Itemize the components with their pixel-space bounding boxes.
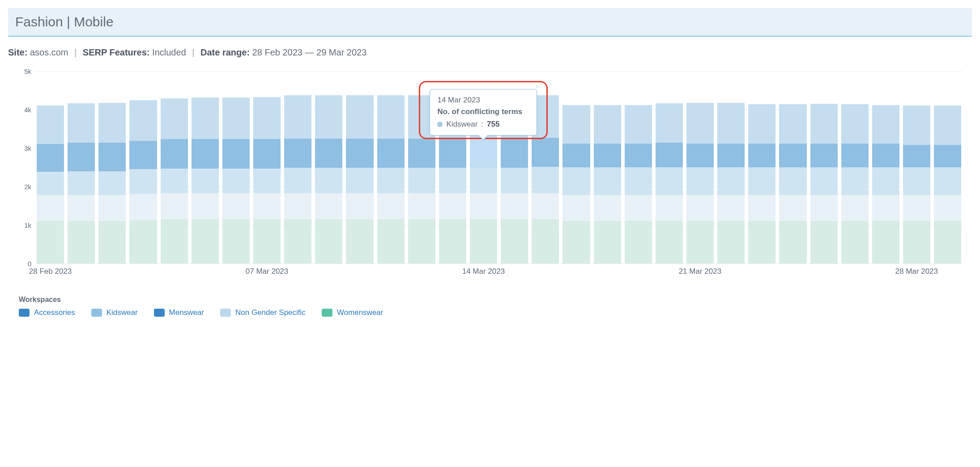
chart-bar-column[interactable] — [746, 71, 777, 263]
bar-segment[interactable] — [872, 167, 899, 195]
bar-segment[interactable] — [934, 195, 961, 221]
bar-segment[interactable] — [346, 168, 373, 193]
chart-bar-column[interactable] — [190, 71, 221, 263]
bar-segment[interactable] — [98, 195, 126, 221]
bar-segment[interactable] — [562, 144, 590, 167]
bar-segment[interactable] — [68, 143, 95, 171]
chart-bar-column[interactable] — [777, 71, 808, 263]
bar-segment[interactable] — [470, 139, 497, 168]
legend-item[interactable]: Menswear — [154, 308, 204, 317]
bar-segment[interactable] — [222, 169, 250, 193]
bar-segment[interactable] — [315, 219, 342, 263]
bar-segment[interactable] — [656, 143, 683, 167]
bar-segment[interactable] — [161, 98, 188, 139]
bar-segment[interactable] — [717, 144, 745, 167]
bar-segment[interactable] — [779, 221, 806, 263]
bar-segment[interactable] — [686, 195, 714, 221]
bar-segment[interactable] — [129, 194, 157, 220]
bar-segment[interactable] — [872, 105, 899, 144]
bar-segment[interactable] — [686, 144, 714, 167]
bar-segment[interactable] — [192, 98, 219, 139]
legend-item[interactable]: Non Gender Specific — [220, 308, 306, 317]
bar-segment[interactable] — [625, 195, 652, 221]
chart-bar-column[interactable] — [344, 71, 375, 263]
bar-segment[interactable] — [810, 144, 838, 167]
chart-bar-column[interactable] — [839, 71, 870, 263]
bar-segment[interactable] — [532, 219, 559, 263]
bar-segment[interactable] — [872, 144, 899, 167]
bar-segment[interactable] — [284, 168, 311, 193]
bar-segment[interactable] — [222, 219, 250, 263]
bar-segment[interactable] — [562, 105, 590, 144]
bar-segment[interactable] — [98, 171, 126, 195]
chart-area[interactable]: 01k2k3k4k5k 28 Feb 202307 Mar 202314 Mar… — [35, 71, 963, 277]
chart-bar-column[interactable] — [66, 71, 97, 263]
bar-segment[interactable] — [346, 193, 373, 219]
bar-segment[interactable] — [470, 193, 497, 219]
bar-segment[interactable] — [253, 139, 281, 168]
bar-segment[interactable] — [377, 219, 405, 263]
bar-segment[interactable] — [129, 169, 157, 194]
bar-segment[interactable] — [192, 219, 219, 263]
chart-bar-column[interactable] — [592, 71, 623, 263]
bar-segment[interactable] — [748, 167, 775, 195]
bar-segment[interactable] — [377, 95, 405, 138]
bar-segment[interactable] — [625, 144, 652, 167]
bar-segment[interactable] — [903, 145, 930, 167]
bar-segment[interactable] — [748, 144, 775, 167]
bar-segment[interactable] — [470, 219, 497, 263]
chart-bar-column[interactable] — [128, 71, 158, 263]
chart-bar-column[interactable] — [685, 71, 716, 263]
chart-bar-column[interactable] — [221, 71, 251, 263]
bar-segment[interactable] — [253, 169, 281, 193]
bar-segment[interactable] — [686, 167, 714, 195]
bar-segment[interactable] — [439, 139, 466, 168]
bar-segment[interactable] — [68, 221, 95, 263]
bar-segment[interactable] — [315, 139, 342, 168]
legend-item[interactable]: Kidswear — [91, 308, 138, 317]
bar-segment[interactable] — [346, 139, 373, 168]
bar-segment[interactable] — [594, 144, 621, 167]
bar-segment[interactable] — [408, 219, 435, 263]
bar-segment[interactable] — [656, 221, 683, 263]
bar-segment[interactable] — [934, 106, 961, 145]
bar-segment[interactable] — [37, 172, 64, 195]
bar-segment[interactable] — [192, 193, 219, 219]
bar-segment[interactable] — [501, 219, 528, 263]
bar-segment[interactable] — [192, 169, 219, 193]
bar-segment[interactable] — [717, 167, 745, 195]
bar-segment[interactable] — [934, 167, 961, 195]
bar-segment[interactable] — [222, 193, 250, 219]
bar-segment[interactable] — [37, 221, 64, 263]
bar-segment[interactable] — [377, 139, 405, 168]
bar-segment[interactable] — [161, 193, 188, 219]
bar-segment[interactable] — [779, 195, 806, 221]
legend-item[interactable]: Womenswear — [322, 308, 383, 317]
bar-segment[interactable] — [841, 195, 869, 221]
bar-segment[interactable] — [408, 193, 435, 219]
chart-bar-column[interactable] — [716, 71, 746, 263]
bar-segment[interactable] — [903, 195, 930, 221]
bar-segment[interactable] — [841, 221, 869, 263]
bar-segment[interactable] — [68, 195, 95, 221]
bar-segment[interactable] — [315, 95, 342, 138]
bar-segment[interactable] — [656, 195, 683, 221]
bar-segment[interactable] — [68, 171, 95, 195]
bar-segment[interactable] — [377, 193, 405, 219]
bar-segment[interactable] — [315, 193, 342, 219]
bar-segment[interactable] — [532, 193, 559, 219]
bar-segment[interactable] — [222, 139, 250, 168]
chart-bar-column[interactable] — [901, 71, 932, 263]
bar-segment[interactable] — [717, 195, 745, 221]
bar-segment[interactable] — [532, 138, 559, 167]
bar-segment[interactable] — [37, 106, 64, 144]
bar-segment[interactable] — [810, 195, 838, 221]
bar-segment[interactable] — [161, 139, 188, 168]
bar-segment[interactable] — [810, 221, 838, 263]
bar-segment[interactable] — [594, 221, 621, 263]
bar-segment[interactable] — [377, 168, 405, 193]
bar-segment[interactable] — [439, 193, 466, 219]
bar-segment[interactable] — [903, 221, 930, 263]
bar-segment[interactable] — [562, 221, 590, 263]
bar-segment[interactable] — [594, 195, 621, 221]
